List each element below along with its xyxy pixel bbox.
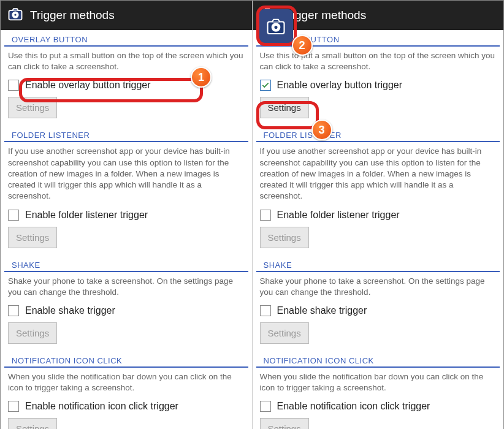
right-pane: Trigger methods OVERLAY BUTTON Use this … — [253, 1, 504, 429]
shake-checkbox-row[interactable]: Enable shake trigger — [253, 302, 504, 320]
svg-point-8 — [273, 25, 278, 29]
overlay-checkbox-row[interactable]: Enable overlay button trigger — [1, 76, 252, 94]
svg-point-2 — [13, 13, 17, 17]
overlay-checkbox-label: Enable overlay button trigger — [277, 80, 403, 91]
section-overlay-desc: Use this to put a small button on the to… — [253, 47, 504, 76]
section-shake-title: SHAKE — [4, 256, 248, 272]
notif-checkbox-row[interactable]: Enable notification icon click trigger — [253, 397, 504, 416]
shake-checkbox-label: Enable shake trigger — [277, 305, 367, 316]
folder-checkbox-row[interactable]: Enable folder listener trigger — [1, 206, 252, 224]
notif-settings-button[interactable]: Settings — [260, 418, 309, 429]
section-folder-title: FOLDER LISTENER — [256, 126, 500, 142]
section-notif-desc: When you slide the notification bar down… — [1, 368, 252, 397]
overlay-checkbox-row[interactable]: Enable overlay button trigger — [253, 76, 504, 94]
page-title: Trigger methods — [30, 9, 115, 22]
section-folder-desc: If you use another screenshot app or you… — [253, 142, 504, 205]
section-shake-title: SHAKE — [256, 256, 500, 272]
overlay-checkbox-label: Enable overlay button trigger — [25, 80, 151, 91]
section-notif-title: NOTIFICATION ICON CLICK — [256, 351, 500, 368]
notif-settings-button[interactable]: Settings — [8, 418, 57, 429]
checkbox-unchecked-icon[interactable] — [260, 305, 271, 316]
section-notif-desc: When you slide the notification bar down… — [253, 368, 504, 397]
left-pane: Trigger methods OVERLAY BUTTON Use this … — [1, 1, 253, 429]
section-overlay-desc: Use this to put a small button on the to… — [1, 47, 252, 76]
checkbox-unchecked-icon[interactable] — [260, 210, 271, 221]
checkbox-unchecked-icon[interactable] — [8, 80, 19, 91]
checkbox-unchecked-icon[interactable] — [8, 210, 19, 221]
checkbox-unchecked-icon[interactable] — [8, 401, 19, 412]
overlay-settings-button[interactable]: Settings — [8, 97, 57, 118]
content-body: OVERLAY BUTTON Use this to put a small b… — [253, 30, 504, 429]
overlay-settings-button[interactable]: Settings — [260, 97, 309, 118]
badge-1: 1 — [191, 67, 212, 88]
shake-checkbox-label: Enable shake trigger — [25, 305, 115, 316]
page-title: Trigger methods — [282, 9, 367, 22]
folder-settings-button[interactable]: Settings — [8, 227, 57, 248]
split-comparison: Trigger methods OVERLAY BUTTON Use this … — [0, 0, 504, 429]
badge-2: 2 — [292, 35, 313, 56]
app-header: Trigger methods — [1, 1, 252, 30]
folder-checkbox-row[interactable]: Enable folder listener trigger — [253, 206, 504, 224]
folder-checkbox-label: Enable folder listener trigger — [25, 210, 148, 221]
content-body: OVERLAY BUTTON Use this to put a small b… — [1, 30, 252, 429]
section-folder-desc: If you use another screenshot app or you… — [1, 142, 252, 205]
section-notif-title: NOTIFICATION ICON CLICK — [4, 351, 248, 368]
section-shake-desc: Shake your phone to take a screenshot. O… — [1, 272, 252, 302]
notif-checkbox-row[interactable]: Enable notification icon click trigger — [1, 397, 252, 416]
checkbox-checked-icon[interactable] — [260, 80, 271, 91]
section-shake-desc: Shake your phone to take a screenshot. O… — [253, 272, 504, 302]
section-folder-title: FOLDER LISTENER — [4, 126, 248, 142]
section-overlay-title: OVERLAY BUTTON — [4, 30, 248, 47]
shake-settings-button[interactable]: Settings — [8, 322, 57, 344]
shake-settings-button[interactable]: Settings — [260, 322, 309, 344]
notif-checkbox-label: Enable notification icon click trigger — [277, 401, 430, 412]
notif-checkbox-label: Enable notification icon click trigger — [25, 401, 178, 412]
shake-checkbox-row[interactable]: Enable shake trigger — [1, 302, 252, 320]
overlay-floating-button[interactable] — [259, 9, 293, 44]
folder-checkbox-label: Enable folder listener trigger — [277, 210, 400, 221]
checkbox-unchecked-icon[interactable] — [8, 305, 19, 316]
badge-3: 3 — [311, 120, 332, 140]
checkbox-unchecked-icon[interactable] — [260, 401, 271, 412]
camera-icon — [7, 6, 24, 25]
folder-settings-button[interactable]: Settings — [260, 227, 309, 248]
